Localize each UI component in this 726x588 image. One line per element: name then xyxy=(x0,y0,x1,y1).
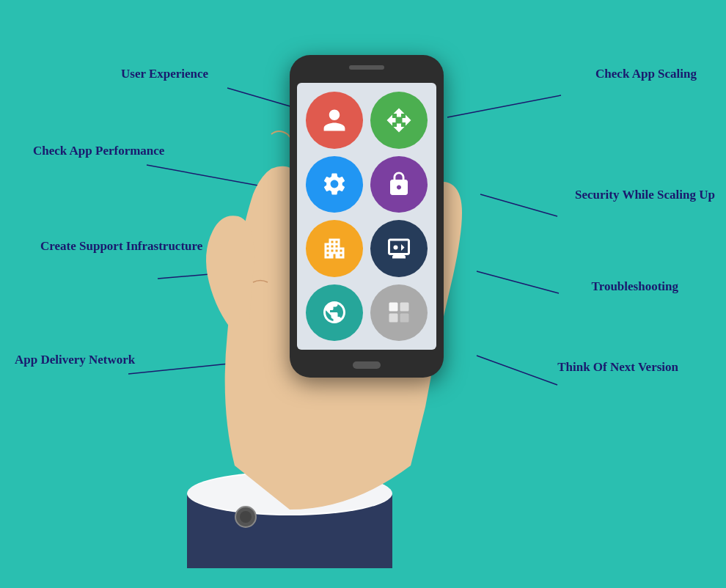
app-icon-monitor xyxy=(370,220,428,277)
svg-point-14 xyxy=(394,245,398,249)
phone-home-button xyxy=(353,361,381,369)
label-troubleshooting: Troubleshooting xyxy=(592,279,678,295)
app-icon-lock xyxy=(370,156,428,213)
app-icon-next-version xyxy=(370,284,428,342)
svg-rect-18 xyxy=(400,314,409,323)
svg-rect-16 xyxy=(400,303,409,312)
svg-rect-17 xyxy=(389,314,398,323)
app-icon-building xyxy=(306,220,363,277)
app-icon-network xyxy=(306,284,363,342)
phone-body xyxy=(290,55,444,378)
app-icon-user xyxy=(306,92,363,149)
phone-speaker xyxy=(349,65,384,70)
label-check-scaling: Check App Scaling xyxy=(595,66,697,82)
app-icon-scaling xyxy=(370,92,428,149)
illustration-container xyxy=(176,40,543,568)
label-app-delivery: App Delivery Network xyxy=(15,352,135,368)
phone-screen xyxy=(297,83,436,350)
svg-rect-15 xyxy=(389,303,398,312)
label-think-next: Think Of Next Version xyxy=(557,359,678,375)
app-icon-gear xyxy=(306,156,363,213)
label-check-performance: Check App Performance xyxy=(33,143,164,159)
svg-point-13 xyxy=(240,511,252,523)
label-security-scaling: Security While Scaling Up xyxy=(575,187,715,203)
